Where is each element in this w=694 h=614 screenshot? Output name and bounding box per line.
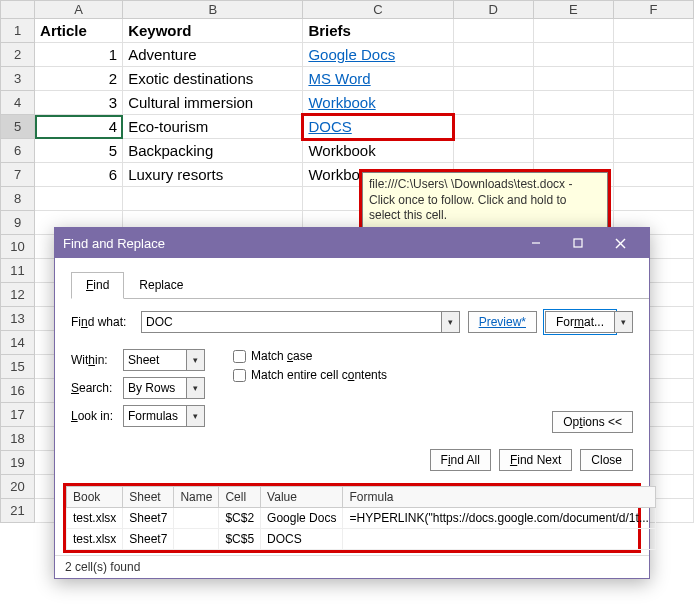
results-column-header[interactable]: Sheet xyxy=(123,487,174,508)
row-header-13[interactable]: 13 xyxy=(1,307,35,331)
cell[interactable] xyxy=(35,187,123,211)
minimize-button[interactable] xyxy=(515,229,557,257)
cell[interactable] xyxy=(533,139,613,163)
search-select[interactable] xyxy=(123,377,187,399)
row-header-7[interactable]: 7 xyxy=(1,163,35,187)
format-dropdown[interactable]: ▾ xyxy=(615,311,633,333)
row-header-20[interactable]: 20 xyxy=(1,475,35,499)
cell[interactable] xyxy=(453,43,533,67)
cell[interactable]: Exotic destinations xyxy=(123,67,303,91)
col-header-b[interactable]: B xyxy=(123,1,303,19)
within-dropdown[interactable]: ▾ xyxy=(187,349,205,371)
row-header-21[interactable]: 21 xyxy=(1,499,35,523)
row-header-15[interactable]: 15 xyxy=(1,355,35,379)
dialog-titlebar[interactable]: Find and Replace xyxy=(55,228,649,258)
find-what-dropdown[interactable]: ▾ xyxy=(442,311,460,333)
cell[interactable]: 3 xyxy=(35,91,123,115)
results-column-header[interactable]: Book xyxy=(67,487,123,508)
close-dialog-button[interactable] xyxy=(599,229,641,257)
row-header-12[interactable]: 12 xyxy=(1,283,35,307)
cell[interactable] xyxy=(453,67,533,91)
format-button[interactable]: Format... xyxy=(545,311,615,333)
cell[interactable] xyxy=(453,115,533,139)
cell[interactable]: 4 xyxy=(35,115,123,139)
cell[interactable]: Backpacking xyxy=(123,139,303,163)
row-header-16[interactable]: 16 xyxy=(1,379,35,403)
cell[interactable] xyxy=(533,67,613,91)
results-row[interactable]: test.xlsxSheet7$C$2Google Docs=HYPERLINK… xyxy=(67,508,656,529)
results-column-header[interactable]: Cell xyxy=(219,487,261,508)
search-dropdown[interactable]: ▾ xyxy=(187,377,205,399)
within-select[interactable] xyxy=(123,349,187,371)
cell[interactable] xyxy=(613,139,693,163)
find-what-input[interactable] xyxy=(141,311,442,333)
cell[interactable] xyxy=(613,91,693,115)
row-header-18[interactable]: 18 xyxy=(1,427,35,451)
row-header-3[interactable]: 3 xyxy=(1,67,35,91)
cell[interactable] xyxy=(613,115,693,139)
cell[interactable] xyxy=(613,19,693,43)
cell[interactable]: Keyword xyxy=(123,19,303,43)
cell[interactable] xyxy=(533,43,613,67)
results-column-header[interactable]: Formula xyxy=(343,487,655,508)
cell[interactable] xyxy=(613,43,693,67)
row-header-6[interactable]: 6 xyxy=(1,139,35,163)
col-header-e[interactable]: E xyxy=(533,1,613,19)
lookin-select[interactable] xyxy=(123,405,187,427)
cell[interactable]: Google Docs xyxy=(303,43,453,67)
cell[interactable]: 6 xyxy=(35,163,123,187)
cell[interactable] xyxy=(533,19,613,43)
results-table[interactable]: BookSheetNameCellValueFormula test.xlsxS… xyxy=(66,486,656,550)
row-header-9[interactable]: 9 xyxy=(1,211,35,235)
cell[interactable]: Adventure xyxy=(123,43,303,67)
cell[interactable] xyxy=(453,19,533,43)
cell[interactable]: Luxury resorts xyxy=(123,163,303,187)
results-column-header[interactable]: Name xyxy=(174,487,219,508)
cell[interactable] xyxy=(613,187,693,211)
cell[interactable]: Article xyxy=(35,19,123,43)
col-header-a[interactable]: A xyxy=(35,1,123,19)
match-entire-checkbox[interactable] xyxy=(233,369,246,382)
cell[interactable] xyxy=(123,187,303,211)
cell[interactable] xyxy=(453,91,533,115)
find-next-button[interactable]: Find Next xyxy=(499,449,572,471)
row-header-11[interactable]: 11 xyxy=(1,259,35,283)
row-header-14[interactable]: 14 xyxy=(1,331,35,355)
cell[interactable]: 2 xyxy=(35,67,123,91)
cell[interactable] xyxy=(533,115,613,139)
row-header-1[interactable]: 1 xyxy=(1,19,35,43)
cell[interactable]: 5 xyxy=(35,139,123,163)
row-header-5[interactable]: 5 xyxy=(1,115,35,139)
col-header-f[interactable]: F xyxy=(613,1,693,19)
cell[interactable] xyxy=(453,139,533,163)
options-button[interactable]: Options << xyxy=(552,411,633,433)
col-header-c[interactable]: C xyxy=(303,1,453,19)
preview-button[interactable]: Preview* xyxy=(468,311,537,333)
row-header-10[interactable]: 10 xyxy=(1,235,35,259)
cell[interactable]: Workbook xyxy=(303,91,453,115)
row-header-4[interactable]: 4 xyxy=(1,91,35,115)
cell[interactable] xyxy=(533,91,613,115)
find-all-button[interactable]: Find All xyxy=(430,449,491,471)
row-header-17[interactable]: 17 xyxy=(1,403,35,427)
lookin-dropdown[interactable]: ▾ xyxy=(187,405,205,427)
row-header-2[interactable]: 2 xyxy=(1,43,35,67)
cell[interactable]: 1 xyxy=(35,43,123,67)
results-row[interactable]: test.xlsxSheet7$C$5DOCS xyxy=(67,529,656,550)
col-header-d[interactable]: D xyxy=(453,1,533,19)
row-header-19[interactable]: 19 xyxy=(1,451,35,475)
row-header-8[interactable]: 8 xyxy=(1,187,35,211)
cell[interactable]: Workbook xyxy=(303,139,453,163)
tab-replace[interactable]: Replace xyxy=(124,272,198,298)
cell[interactable]: Eco-tourism xyxy=(123,115,303,139)
cell[interactable] xyxy=(613,163,693,187)
tab-find[interactable]: Find xyxy=(71,272,124,299)
cell[interactable]: Cultural immersion xyxy=(123,91,303,115)
close-button[interactable]: Close xyxy=(580,449,633,471)
cell[interactable]: DOCS xyxy=(303,115,453,139)
cell[interactable]: Briefs xyxy=(303,19,453,43)
maximize-button[interactable] xyxy=(557,229,599,257)
match-case-checkbox[interactable] xyxy=(233,350,246,363)
results-column-header[interactable]: Value xyxy=(261,487,343,508)
cell[interactable]: MS Word xyxy=(303,67,453,91)
